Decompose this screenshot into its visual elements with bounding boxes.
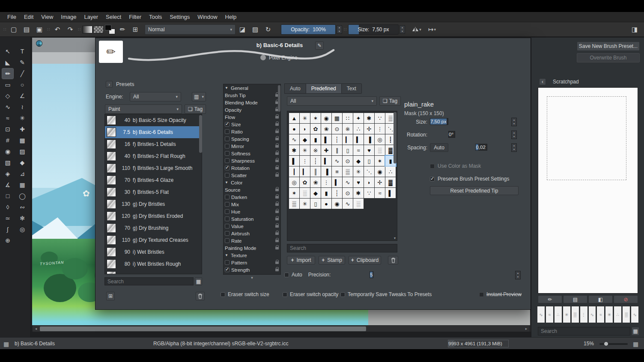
spacing-auto-toggle[interactable]: Auto	[430, 143, 448, 152]
brush-tip-thumbnail[interactable]: ※	[310, 145, 321, 155]
preset-list-item[interactable]: 70 g) Dry Brushing	[105, 222, 202, 234]
transform-tool[interactable]: ⊡	[2, 124, 13, 134]
lock-icon[interactable]	[275, 196, 279, 199]
lock-icon[interactable]	[275, 131, 279, 133]
preset-strip-thumbnail[interactable]: ∴	[614, 306, 622, 323]
brush-tip-thumbnail[interactable]: ✢	[375, 177, 385, 187]
brush-tip-thumbnail[interactable]: ┆	[332, 188, 342, 198]
brush-tip-thumbnail[interactable]: ║	[310, 166, 321, 177]
freehand-select-tool[interactable]: ∾	[17, 202, 28, 212]
preset-category-combobox[interactable]: Paint	[105, 104, 182, 114]
brush-tip-thumbnail[interactable]: ◎	[289, 177, 299, 187]
preset-view-options-button[interactable]: ▥	[192, 92, 206, 101]
color-sampler-tool[interactable]: ◉	[2, 146, 13, 157]
brush-tip-thumbnail[interactable]: ✳	[300, 199, 310, 209]
new-document-button[interactable]: ▢	[8, 24, 20, 35]
brush-tip-thumbnail[interactable]: ▌	[289, 156, 299, 166]
lock-icon[interactable]	[275, 160, 279, 162]
crop-tool[interactable]: #	[2, 135, 13, 145]
preset-list-item[interactable]: 110 f) Bristles-3 Large Smooth	[105, 162, 202, 174]
brush-tip-thumbnail[interactable]: ✶	[310, 113, 321, 123]
pan-tool[interactable]: ⊕	[2, 235, 13, 246]
lock-icon[interactable]	[275, 225, 279, 228]
brush-tip-thumbnail[interactable]: ░	[375, 145, 385, 155]
menu-filter[interactable]: Filter	[125, 12, 145, 22]
brush-tip-thumbnail[interactable]: ⋮	[375, 124, 385, 134]
rectangular-select-tool[interactable]: □	[2, 191, 13, 201]
preset-strip-thumbnail[interactable]: ▒	[571, 306, 579, 323]
scroll-right-icon[interactable]: ▸	[523, 326, 530, 331]
dynamic-brush-tool[interactable]: ≈	[2, 113, 13, 123]
preset-list-item[interactable]: 70 f) Bristles-4 Glaze	[105, 174, 202, 186]
brush-tip-thumbnail[interactable]: ≈	[375, 188, 385, 198]
foreground-background-colors[interactable]	[104, 24, 116, 35]
eraser-switch-opacity-checkbox[interactable]	[283, 292, 287, 297]
brush-tip-thumbnail[interactable]: ▎	[300, 166, 310, 177]
brush-tip-thumbnail[interactable]: ▌	[385, 188, 396, 198]
menu-image[interactable]: Image	[57, 12, 80, 22]
brush-option-row[interactable]: Rate	[224, 237, 280, 244]
option-checkbox[interactable]	[225, 267, 230, 272]
brush-tip-thumbnail[interactable]: ♥	[353, 177, 364, 187]
opacity-slider[interactable]: Opacity: 100%	[281, 24, 336, 35]
brush-tip-thumbnail[interactable]: ▒	[289, 199, 299, 209]
brush-tip-thumbnail[interactable]: ▍	[353, 134, 364, 145]
option-checkbox[interactable]	[225, 144, 230, 148]
brush-tip-thumbnail[interactable]: ∿	[343, 199, 353, 209]
preset-strip-thumbnail[interactable]: ∿	[631, 306, 639, 323]
reload-preset-button[interactable]: ↻	[262, 24, 274, 35]
brush-tip-thumbnail[interactable]: ▌	[321, 134, 331, 145]
brush-preset-chooser-button[interactable]: ✏	[116, 24, 128, 35]
brush-tip-thumbnail[interactable]: ▲	[289, 113, 299, 123]
scratchpad-fill-area-button[interactable]: ▤	[563, 295, 587, 303]
rename-preset-button[interactable]: ✎	[315, 42, 324, 50]
brush-tip-thumbnail[interactable]: ✢	[364, 124, 374, 134]
menu-window[interactable]: Window	[194, 12, 221, 22]
brush-tip-thumbnail[interactable]: ░	[353, 199, 364, 209]
brush-option-row[interactable]: Softness	[224, 150, 280, 157]
brush-tip-thumbnail[interactable]: ▍	[332, 177, 342, 187]
edit-shapes-tool[interactable]: ◣	[2, 57, 13, 68]
brush-tip-thumbnail[interactable]: ◗	[300, 124, 310, 134]
option-checkbox[interactable]	[225, 217, 230, 221]
size-slider[interactable]: Size: 7,50 px	[348, 24, 399, 35]
brush-tip-thumbnail[interactable]: ◎	[375, 134, 385, 145]
measure-tool[interactable]: ∡	[2, 180, 13, 190]
tip-rotation-spinner[interactable]	[511, 131, 517, 139]
brush-option-row[interactable]: Pattern	[224, 259, 280, 266]
engine-filter-combobox[interactable]: All	[130, 92, 181, 101]
option-checkbox[interactable]	[225, 158, 230, 163]
brush-tip-thumbnail[interactable]: ◗	[364, 177, 374, 187]
brush-tip-thumbnail[interactable]: ▐	[364, 134, 374, 145]
preset-list-item[interactable]: 40 f) Bristles-2 Flat Rough	[105, 150, 202, 162]
brush-tip-thumbnail[interactable]: ◆	[353, 156, 364, 166]
scratchpad-collapse-button[interactable]: ‹	[539, 78, 546, 85]
menu-settings[interactable]: Settings	[166, 12, 194, 22]
tip-spacing-spinner[interactable]	[511, 143, 517, 152]
brush-tip-thumbnail[interactable]: ♥	[364, 145, 374, 155]
save-new-brush-preset-button[interactable]: Save New Brush Preset...	[577, 42, 640, 51]
brush-tip-thumbnail[interactable]: ▍	[321, 156, 331, 166]
brush-tip-thumbnail[interactable]: ▐	[321, 166, 331, 177]
polygonal-select-tool[interactable]: ◊	[2, 202, 13, 212]
add-preset-tag-button[interactable]: ⊞	[106, 292, 115, 300]
lock-icon[interactable]	[275, 145, 279, 148]
transform-select-tool[interactable]: ↖	[2, 46, 13, 56]
brush-tip-thumbnail[interactable]: ⊙	[332, 124, 342, 134]
preset-strip-thumbnail[interactable]: ∿	[537, 306, 545, 323]
brush-tip-thumbnail[interactable]: ◆	[300, 134, 310, 145]
precision-spinner[interactable]	[515, 271, 521, 279]
tip-grid-scroll-down-icon[interactable]: ▾	[393, 236, 397, 240]
preset-list-scrollbar[interactable]	[199, 115, 202, 153]
reset-predefined-tip-button[interactable]: Reset Predefined Tip	[430, 186, 519, 195]
overwrite-brush-button[interactable]: Overwrite Brush	[577, 53, 640, 62]
brush-tip-thumbnail[interactable]: ∵	[375, 113, 385, 123]
brush-option-row[interactable]: Spacing	[224, 135, 280, 142]
tip-tag-button[interactable]: ❏ Tag	[379, 96, 401, 106]
brush-tip-thumbnail[interactable]: ∵	[364, 188, 374, 198]
gradient-tool[interactable]: ▩	[17, 135, 28, 145]
brush-tip-thumbnail[interactable]: ●	[289, 124, 299, 134]
preserve-settings-checkbox[interactable]	[430, 177, 435, 181]
preset-strip-thumbnail[interactable]: ⋮	[580, 306, 588, 323]
tip-filter-combobox[interactable]: All	[287, 96, 377, 106]
